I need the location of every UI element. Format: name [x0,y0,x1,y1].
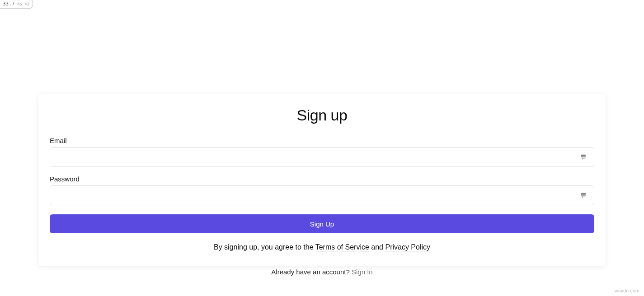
password-label: Password [50,175,594,183]
timing-value: 33.7 [3,1,15,7]
svg-rect-0 [581,155,586,156]
attribution: wsxdn.com [615,288,639,293]
signup-button[interactable]: Sign Up [50,214,594,233]
email-label: Email [50,137,594,144]
privacy-link[interactable]: Privacy Policy [385,243,430,251]
agreement-text: By signing up, you agree to the Terms of… [50,243,594,251]
timing-multiplier: ×2 [24,1,30,6]
autofill-icon[interactable] [580,153,588,161]
agreement-prefix: By signing up, you agree to the [214,243,315,251]
password-input-wrap [50,185,594,205]
timing-unit: ms [17,1,23,7]
svg-rect-1 [581,193,586,194]
agreement-conjunction: and [369,243,385,251]
tos-link[interactable]: Terms of Service [315,243,369,251]
email-input-wrap [50,147,594,167]
dev-timing-badge: 33.7 ms ×2 [0,0,33,9]
signin-link[interactable]: Sign In [352,268,373,276]
password-field[interactable] [50,185,594,205]
email-field[interactable] [50,147,594,167]
signin-prompt-text: Already have an account? [271,268,352,276]
signin-prompt: Already have an account? Sign In [0,268,644,276]
signup-card: Sign up Email Password Sign Up By signin… [38,94,606,266]
page-title: Sign up [50,106,594,124]
autofill-icon[interactable] [580,191,588,199]
